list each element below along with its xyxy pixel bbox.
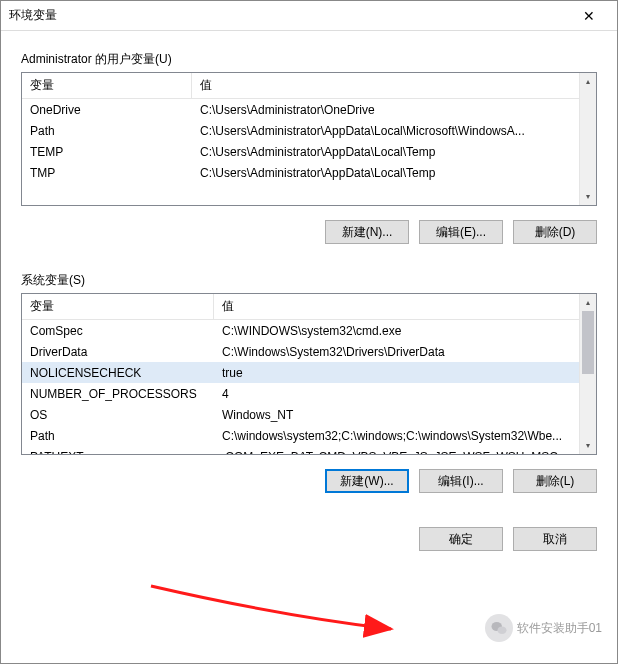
system-delete-button[interactable]: 删除(L) bbox=[513, 469, 597, 493]
list-header: 变量 值 bbox=[22, 294, 596, 320]
close-icon: ✕ bbox=[583, 8, 595, 24]
cell-variable: Path bbox=[22, 428, 214, 444]
table-row[interactable]: PathC:\Users\Administrator\AppData\Local… bbox=[22, 120, 596, 141]
table-row[interactable]: TMPC:\Users\Administrator\AppData\Local\… bbox=[22, 162, 596, 183]
system-variables-group: 系统变量(S) 变量 值 ComSpecC:\WINDOWS\system32\… bbox=[21, 272, 597, 493]
scroll-down-icon[interactable]: ▾ bbox=[580, 188, 596, 205]
cancel-button[interactable]: 取消 bbox=[513, 527, 597, 551]
cell-variable: ComSpec bbox=[22, 323, 214, 339]
cell-variable: OS bbox=[22, 407, 214, 423]
cell-value: .COM;.EXE;.BAT;.CMD;.VBS;.VBE;.JS;.JSE;.… bbox=[214, 449, 596, 456]
scroll-track[interactable] bbox=[580, 311, 596, 437]
user-new-button[interactable]: 新建(N)... bbox=[325, 220, 409, 244]
cell-variable: TMP bbox=[22, 165, 192, 181]
user-buttons-row: 新建(N)... 编辑(E)... 删除(D) bbox=[21, 220, 597, 244]
table-row[interactable]: NUMBER_OF_PROCESSORS4 bbox=[22, 383, 596, 404]
table-row[interactable]: ComSpecC:\WINDOWS\system32\cmd.exe bbox=[22, 320, 596, 341]
cell-value: C:\WINDOWS\system32\cmd.exe bbox=[214, 323, 596, 339]
cell-value: C:\Users\Administrator\OneDrive bbox=[192, 102, 596, 118]
cell-value: C:\Users\Administrator\AppData\Local\Mic… bbox=[192, 123, 596, 139]
table-row[interactable]: PathC:\windows\system32;C:\windows;C:\wi… bbox=[22, 425, 596, 446]
list-header: 变量 值 bbox=[22, 73, 596, 99]
cell-variable: OneDrive bbox=[22, 102, 192, 118]
scroll-down-icon[interactable]: ▾ bbox=[580, 437, 596, 454]
scroll-thumb[interactable] bbox=[582, 311, 594, 374]
close-button[interactable]: ✕ bbox=[569, 2, 609, 30]
column-header-value[interactable]: 值 bbox=[214, 294, 596, 320]
table-row[interactable]: DriverDataC:\Windows\System32\Drivers\Dr… bbox=[22, 341, 596, 362]
user-variables-group: Administrator 的用户变量(U) 变量 值 OneDriveC:\U… bbox=[21, 51, 597, 244]
dialog-content: Administrator 的用户变量(U) 变量 值 OneDriveC:\U… bbox=[1, 31, 617, 663]
user-edit-button[interactable]: 编辑(E)... bbox=[419, 220, 503, 244]
user-variables-label: Administrator 的用户变量(U) bbox=[21, 51, 597, 68]
scroll-track[interactable] bbox=[580, 90, 596, 188]
cell-value: C:\Users\Administrator\AppData\Local\Tem… bbox=[192, 165, 596, 181]
ok-button[interactable]: 确定 bbox=[419, 527, 503, 551]
table-row[interactable]: NOLICENSECHECKtrue bbox=[22, 362, 596, 383]
environment-variables-dialog: 环境变量 ✕ Administrator 的用户变量(U) 变量 值 OneDr… bbox=[0, 0, 618, 664]
cell-value: C:\Users\Administrator\AppData\Local\Tem… bbox=[192, 144, 596, 160]
cell-variable: NUMBER_OF_PROCESSORS bbox=[22, 386, 214, 402]
cell-variable: PATHEXT bbox=[22, 449, 214, 456]
cell-variable: NOLICENSECHECK bbox=[22, 365, 214, 381]
user-variables-list[interactable]: 变量 值 OneDriveC:\Users\Administrator\OneD… bbox=[21, 72, 597, 206]
column-header-variable[interactable]: 变量 bbox=[22, 294, 214, 320]
system-variables-label: 系统变量(S) bbox=[21, 272, 597, 289]
scroll-up-icon[interactable]: ▴ bbox=[580, 294, 596, 311]
table-row[interactable]: OneDriveC:\Users\Administrator\OneDrive bbox=[22, 99, 596, 120]
table-row[interactable]: OSWindows_NT bbox=[22, 404, 596, 425]
system-variables-list[interactable]: 变量 值 ComSpecC:\WINDOWS\system32\cmd.exeD… bbox=[21, 293, 597, 455]
scrollbar[interactable]: ▴ ▾ bbox=[579, 73, 596, 205]
scrollbar[interactable]: ▴ ▾ bbox=[579, 294, 596, 454]
system-edit-button[interactable]: 编辑(I)... bbox=[419, 469, 503, 493]
cell-value: Windows_NT bbox=[214, 407, 596, 423]
cell-variable: DriverData bbox=[22, 344, 214, 360]
system-new-button[interactable]: 新建(W)... bbox=[325, 469, 409, 493]
system-buttons-row: 新建(W)... 编辑(I)... 删除(L) bbox=[21, 469, 597, 493]
cell-value: C:\windows\system32;C:\windows;C:\window… bbox=[214, 428, 596, 444]
column-header-value[interactable]: 值 bbox=[192, 73, 596, 99]
window-title: 环境变量 bbox=[9, 7, 569, 24]
dialog-buttons-row: 确定 取消 bbox=[21, 527, 597, 551]
table-row[interactable]: PATHEXT.COM;.EXE;.BAT;.CMD;.VBS;.VBE;.JS… bbox=[22, 446, 596, 455]
table-row[interactable]: TEMPC:\Users\Administrator\AppData\Local… bbox=[22, 141, 596, 162]
cell-value: 4 bbox=[214, 386, 596, 402]
cell-value: true bbox=[214, 365, 596, 381]
titlebar: 环境变量 ✕ bbox=[1, 1, 617, 31]
user-delete-button[interactable]: 删除(D) bbox=[513, 220, 597, 244]
scroll-up-icon[interactable]: ▴ bbox=[580, 73, 596, 90]
cell-variable: TEMP bbox=[22, 144, 192, 160]
cell-variable: Path bbox=[22, 123, 192, 139]
cell-value: C:\Windows\System32\Drivers\DriverData bbox=[214, 344, 596, 360]
column-header-variable[interactable]: 变量 bbox=[22, 73, 192, 99]
